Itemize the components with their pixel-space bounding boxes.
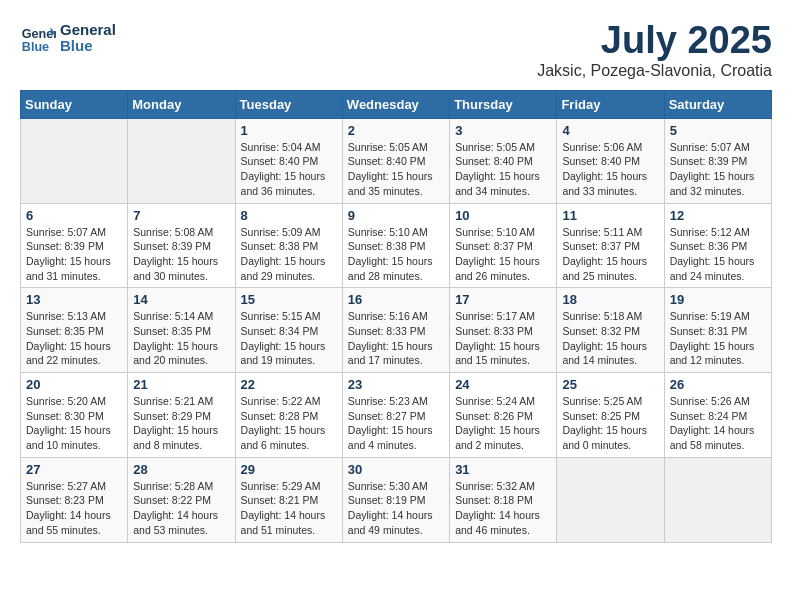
- calendar-cell: 14Sunrise: 5:14 AMSunset: 8:35 PMDayligh…: [128, 288, 235, 373]
- day-number: 29: [241, 462, 337, 477]
- day-info: Sunrise: 5:27 AMSunset: 8:23 PMDaylight:…: [26, 479, 122, 538]
- day-info: Sunrise: 5:20 AMSunset: 8:30 PMDaylight:…: [26, 394, 122, 453]
- day-number: 3: [455, 123, 551, 138]
- calendar-cell: [128, 118, 235, 203]
- logo-general: General: [60, 22, 116, 39]
- calendar-cell: 2Sunrise: 5:05 AMSunset: 8:40 PMDaylight…: [342, 118, 449, 203]
- day-info: Sunrise: 5:12 AMSunset: 8:36 PMDaylight:…: [670, 225, 766, 284]
- calendar-cell: 6Sunrise: 5:07 AMSunset: 8:39 PMDaylight…: [21, 203, 128, 288]
- logo-icon: General Blue: [20, 20, 56, 56]
- page-header: General Blue General Blue July 2025 Jaks…: [20, 20, 772, 80]
- col-header-sunday: Sunday: [21, 90, 128, 118]
- calendar-week-1: 1Sunrise: 5:04 AMSunset: 8:40 PMDaylight…: [21, 118, 772, 203]
- location-title: Jaksic, Pozega-Slavonia, Croatia: [537, 62, 772, 80]
- day-info: Sunrise: 5:24 AMSunset: 8:26 PMDaylight:…: [455, 394, 551, 453]
- day-number: 24: [455, 377, 551, 392]
- calendar-header-row: SundayMondayTuesdayWednesdayThursdayFrid…: [21, 90, 772, 118]
- calendar-cell: 1Sunrise: 5:04 AMSunset: 8:40 PMDaylight…: [235, 118, 342, 203]
- calendar-cell: [664, 457, 771, 542]
- day-number: 27: [26, 462, 122, 477]
- calendar-cell: 11Sunrise: 5:11 AMSunset: 8:37 PMDayligh…: [557, 203, 664, 288]
- day-info: Sunrise: 5:10 AMSunset: 8:37 PMDaylight:…: [455, 225, 551, 284]
- calendar-cell: 9Sunrise: 5:10 AMSunset: 8:38 PMDaylight…: [342, 203, 449, 288]
- day-info: Sunrise: 5:22 AMSunset: 8:28 PMDaylight:…: [241, 394, 337, 453]
- day-info: Sunrise: 5:23 AMSunset: 8:27 PMDaylight:…: [348, 394, 444, 453]
- day-info: Sunrise: 5:32 AMSunset: 8:18 PMDaylight:…: [455, 479, 551, 538]
- day-number: 2: [348, 123, 444, 138]
- col-header-tuesday: Tuesday: [235, 90, 342, 118]
- calendar-cell: 22Sunrise: 5:22 AMSunset: 8:28 PMDayligh…: [235, 373, 342, 458]
- calendar-cell: 30Sunrise: 5:30 AMSunset: 8:19 PMDayligh…: [342, 457, 449, 542]
- calendar-cell: 18Sunrise: 5:18 AMSunset: 8:32 PMDayligh…: [557, 288, 664, 373]
- day-info: Sunrise: 5:10 AMSunset: 8:38 PMDaylight:…: [348, 225, 444, 284]
- calendar-cell: 13Sunrise: 5:13 AMSunset: 8:35 PMDayligh…: [21, 288, 128, 373]
- calendar-cell: 7Sunrise: 5:08 AMSunset: 8:39 PMDaylight…: [128, 203, 235, 288]
- day-number: 14: [133, 292, 229, 307]
- calendar-cell: [21, 118, 128, 203]
- day-info: Sunrise: 5:30 AMSunset: 8:19 PMDaylight:…: [348, 479, 444, 538]
- calendar-cell: 23Sunrise: 5:23 AMSunset: 8:27 PMDayligh…: [342, 373, 449, 458]
- calendar-cell: 5Sunrise: 5:07 AMSunset: 8:39 PMDaylight…: [664, 118, 771, 203]
- day-info: Sunrise: 5:29 AMSunset: 8:21 PMDaylight:…: [241, 479, 337, 538]
- calendar-week-3: 13Sunrise: 5:13 AMSunset: 8:35 PMDayligh…: [21, 288, 772, 373]
- calendar-cell: 19Sunrise: 5:19 AMSunset: 8:31 PMDayligh…: [664, 288, 771, 373]
- day-info: Sunrise: 5:07 AMSunset: 8:39 PMDaylight:…: [26, 225, 122, 284]
- day-info: Sunrise: 5:26 AMSunset: 8:24 PMDaylight:…: [670, 394, 766, 453]
- calendar-cell: 4Sunrise: 5:06 AMSunset: 8:40 PMDaylight…: [557, 118, 664, 203]
- day-info: Sunrise: 5:11 AMSunset: 8:37 PMDaylight:…: [562, 225, 658, 284]
- day-number: 5: [670, 123, 766, 138]
- col-header-saturday: Saturday: [664, 90, 771, 118]
- day-number: 6: [26, 208, 122, 223]
- day-number: 30: [348, 462, 444, 477]
- calendar-cell: 15Sunrise: 5:15 AMSunset: 8:34 PMDayligh…: [235, 288, 342, 373]
- day-number: 25: [562, 377, 658, 392]
- day-number: 10: [455, 208, 551, 223]
- day-number: 26: [670, 377, 766, 392]
- calendar-week-2: 6Sunrise: 5:07 AMSunset: 8:39 PMDaylight…: [21, 203, 772, 288]
- day-number: 31: [455, 462, 551, 477]
- day-number: 11: [562, 208, 658, 223]
- calendar-cell: 28Sunrise: 5:28 AMSunset: 8:22 PMDayligh…: [128, 457, 235, 542]
- day-info: Sunrise: 5:15 AMSunset: 8:34 PMDaylight:…: [241, 309, 337, 368]
- day-info: Sunrise: 5:18 AMSunset: 8:32 PMDaylight:…: [562, 309, 658, 368]
- day-number: 17: [455, 292, 551, 307]
- day-info: Sunrise: 5:28 AMSunset: 8:22 PMDaylight:…: [133, 479, 229, 538]
- col-header-friday: Friday: [557, 90, 664, 118]
- day-info: Sunrise: 5:25 AMSunset: 8:25 PMDaylight:…: [562, 394, 658, 453]
- day-info: Sunrise: 5:17 AMSunset: 8:33 PMDaylight:…: [455, 309, 551, 368]
- day-number: 12: [670, 208, 766, 223]
- day-number: 28: [133, 462, 229, 477]
- col-header-monday: Monday: [128, 90, 235, 118]
- day-number: 19: [670, 292, 766, 307]
- calendar-cell: 8Sunrise: 5:09 AMSunset: 8:38 PMDaylight…: [235, 203, 342, 288]
- calendar-cell: 29Sunrise: 5:29 AMSunset: 8:21 PMDayligh…: [235, 457, 342, 542]
- day-number: 1: [241, 123, 337, 138]
- month-title: July 2025: [537, 20, 772, 62]
- day-info: Sunrise: 5:05 AMSunset: 8:40 PMDaylight:…: [348, 140, 444, 199]
- calendar-cell: 24Sunrise: 5:24 AMSunset: 8:26 PMDayligh…: [450, 373, 557, 458]
- calendar-week-4: 20Sunrise: 5:20 AMSunset: 8:30 PMDayligh…: [21, 373, 772, 458]
- calendar-cell: 16Sunrise: 5:16 AMSunset: 8:33 PMDayligh…: [342, 288, 449, 373]
- day-number: 16: [348, 292, 444, 307]
- day-number: 18: [562, 292, 658, 307]
- logo-blue: Blue: [60, 38, 116, 55]
- calendar-cell: 10Sunrise: 5:10 AMSunset: 8:37 PMDayligh…: [450, 203, 557, 288]
- calendar-cell: 27Sunrise: 5:27 AMSunset: 8:23 PMDayligh…: [21, 457, 128, 542]
- day-number: 13: [26, 292, 122, 307]
- day-number: 9: [348, 208, 444, 223]
- logo: General Blue General Blue: [20, 20, 116, 56]
- day-info: Sunrise: 5:05 AMSunset: 8:40 PMDaylight:…: [455, 140, 551, 199]
- day-number: 22: [241, 377, 337, 392]
- calendar-cell: 26Sunrise: 5:26 AMSunset: 8:24 PMDayligh…: [664, 373, 771, 458]
- calendar-cell: 17Sunrise: 5:17 AMSunset: 8:33 PMDayligh…: [450, 288, 557, 373]
- calendar-cell: 25Sunrise: 5:25 AMSunset: 8:25 PMDayligh…: [557, 373, 664, 458]
- day-info: Sunrise: 5:13 AMSunset: 8:35 PMDaylight:…: [26, 309, 122, 368]
- day-info: Sunrise: 5:14 AMSunset: 8:35 PMDaylight:…: [133, 309, 229, 368]
- day-info: Sunrise: 5:08 AMSunset: 8:39 PMDaylight:…: [133, 225, 229, 284]
- day-number: 15: [241, 292, 337, 307]
- calendar-week-5: 27Sunrise: 5:27 AMSunset: 8:23 PMDayligh…: [21, 457, 772, 542]
- day-number: 8: [241, 208, 337, 223]
- day-number: 7: [133, 208, 229, 223]
- col-header-thursday: Thursday: [450, 90, 557, 118]
- day-number: 23: [348, 377, 444, 392]
